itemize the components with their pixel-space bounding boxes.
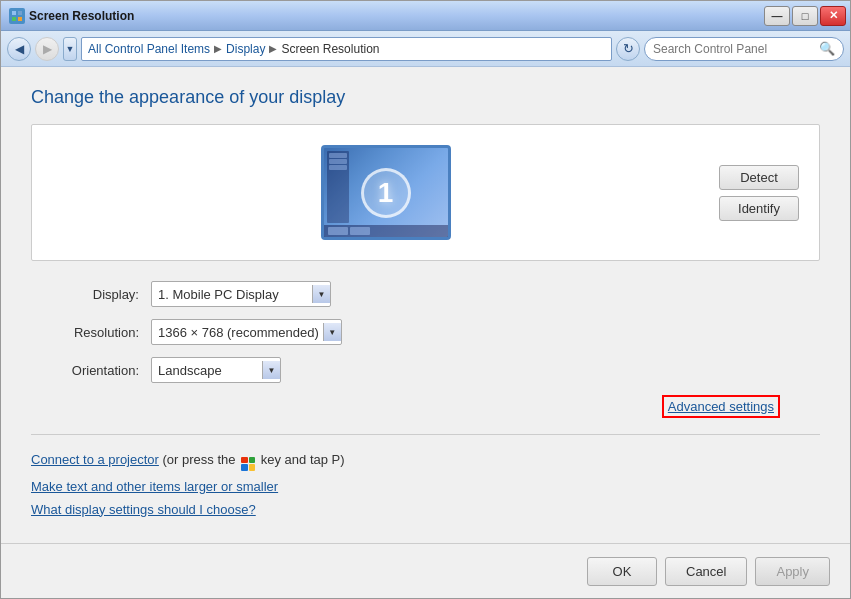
orientation-setting-row: Orientation: Landscape ▼ — [31, 357, 820, 383]
title-bar: Screen Resolution — □ ✕ — [1, 1, 850, 31]
make-text-link[interactable]: Make text and other items larger or smal… — [31, 479, 278, 494]
panel-item — [329, 153, 347, 158]
display-settings-row: What display settings should I choose? — [31, 502, 820, 517]
minimize-button[interactable]: — — [764, 6, 790, 26]
orientation-select[interactable]: Landscape ▼ — [151, 357, 281, 383]
title-bar-left: Screen Resolution — [9, 8, 134, 24]
refresh-button[interactable]: ↻ — [616, 37, 640, 61]
display-label: Display: — [31, 287, 151, 302]
bottom-bar: OK Cancel Apply — [1, 543, 850, 598]
window-title: Screen Resolution — [29, 9, 134, 23]
maximize-button[interactable]: □ — [792, 6, 818, 26]
connect-projector-text2: key and tap P) — [261, 452, 345, 467]
separator — [31, 434, 820, 435]
advanced-settings-link[interactable]: Advanced settings — [662, 395, 780, 418]
display-settings-link[interactable]: What display settings should I choose? — [31, 502, 256, 517]
ok-button[interactable]: OK — [587, 557, 657, 586]
close-button[interactable]: ✕ — [820, 6, 846, 26]
forward-button[interactable]: ▶ — [35, 37, 59, 61]
detect-buttons: Detect Identify — [719, 165, 799, 221]
search-bar: 🔍 — [644, 37, 844, 61]
window-icon — [9, 8, 25, 24]
identify-button[interactable]: Identify — [719, 196, 799, 221]
breadcrumb-sep-2: ▶ — [269, 43, 277, 54]
search-icon[interactable]: 🔍 — [819, 41, 835, 56]
display-preview-area: 1 Detect Identify — [31, 124, 820, 261]
windows-logo — [241, 451, 255, 471]
connect-projector-link[interactable]: Connect to a projector — [31, 452, 159, 467]
display-setting-row: Display: 1. Mobile PC Display ▼ — [31, 281, 820, 307]
connect-projector-row: Connect to a projector (or press the key… — [31, 451, 820, 471]
resolution-label: Resolution: — [31, 325, 151, 340]
svg-rect-0 — [12, 11, 16, 15]
svg-rect-3 — [18, 17, 22, 21]
orientation-select-value: Landscape — [158, 363, 258, 378]
breadcrumb-current: Screen Resolution — [281, 42, 379, 56]
taskbar-item — [350, 227, 370, 235]
display-select-value: 1. Mobile PC Display — [158, 287, 308, 302]
detect-button[interactable]: Detect — [719, 165, 799, 190]
monitor-number: 1 — [361, 168, 411, 218]
page-title: Change the appearance of your display — [31, 87, 820, 108]
make-text-row: Make text and other items larger or smal… — [31, 479, 820, 494]
orientation-label: Orientation: — [31, 363, 151, 378]
advanced-link-row: Advanced settings — [31, 395, 820, 418]
panel-item — [329, 159, 347, 164]
resolution-select-arrow: ▼ — [323, 323, 341, 341]
apply-button: Apply — [755, 557, 830, 586]
monitor-left-panel — [327, 151, 349, 223]
taskbar-item — [328, 227, 348, 235]
panel-item — [329, 165, 347, 170]
search-input[interactable] — [653, 42, 815, 56]
connect-projector-text1: (or press the — [163, 452, 240, 467]
resolution-select[interactable]: 1366 × 768 (recommended) ▼ — [151, 319, 342, 345]
monitor-taskbar — [324, 225, 448, 237]
breadcrumb-sep-1: ▶ — [214, 43, 222, 54]
svg-rect-2 — [12, 17, 16, 21]
back-button[interactable]: ◀ — [7, 37, 31, 61]
monitor-illustration: 1 — [321, 145, 451, 240]
display-select[interactable]: 1. Mobile PC Display ▼ — [151, 281, 331, 307]
breadcrumb-bar: All Control Panel Items ▶ Display ▶ Scre… — [81, 37, 612, 61]
nav-bar: ◀ ▶ ▼ All Control Panel Items ▶ Display … — [1, 31, 850, 67]
svg-rect-1 — [18, 11, 22, 15]
breadcrumb-item-2[interactable]: Display — [226, 42, 265, 56]
resolution-setting-row: Resolution: 1366 × 768 (recommended) ▼ — [31, 319, 820, 345]
orientation-select-arrow: ▼ — [262, 361, 280, 379]
title-bar-controls: — □ ✕ — [764, 6, 846, 26]
display-select-arrow: ▼ — [312, 285, 330, 303]
breadcrumb-item-1[interactable]: All Control Panel Items — [88, 42, 210, 56]
nav-dropdown-button[interactable]: ▼ — [63, 37, 77, 61]
monitor-container: 1 — [52, 145, 719, 240]
cancel-button[interactable]: Cancel — [665, 557, 747, 586]
resolution-select-value: 1366 × 768 (recommended) — [158, 325, 319, 340]
main-window: Screen Resolution — □ ✕ ◀ ▶ ▼ All Contro… — [0, 0, 851, 599]
content-area: Change the appearance of your display 1 — [1, 67, 850, 543]
